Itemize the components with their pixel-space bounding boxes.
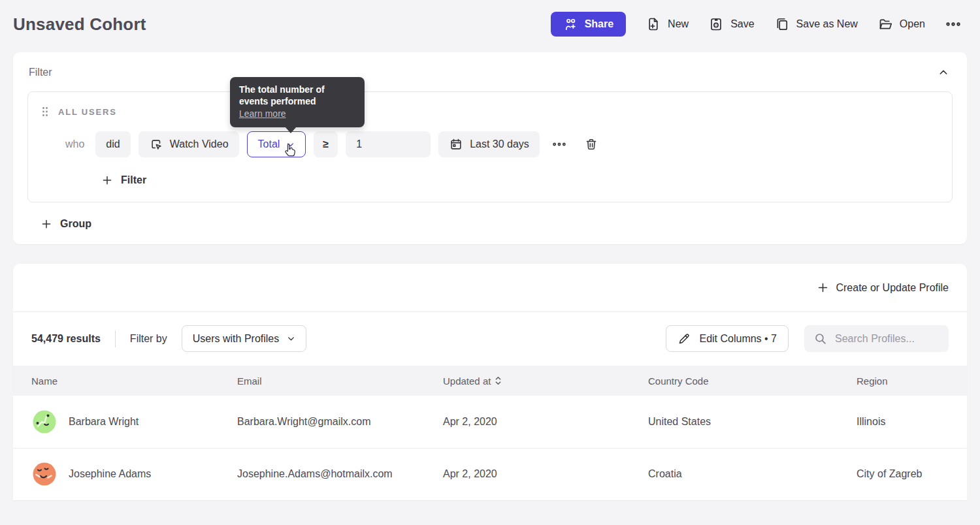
- aggregation-selector[interactable]: Total: [247, 131, 306, 157]
- more-actions-button[interactable]: [945, 16, 962, 32]
- new-button-label: New: [668, 18, 689, 30]
- filter-panel-header: Filter: [27, 64, 953, 91]
- save-icon: [708, 16, 724, 32]
- save-button[interactable]: Save: [708, 16, 754, 32]
- threshold-value-input[interactable]: 1: [346, 131, 431, 157]
- profile-country-code: Croatia: [648, 448, 857, 500]
- add-filter-button[interactable]: Filter: [101, 174, 146, 186]
- create-profile-row: Create or Update Profile: [13, 264, 967, 312]
- learn-more-link[interactable]: Learn more: [239, 108, 286, 119]
- save-as-new-button[interactable]: Save as New: [774, 16, 858, 32]
- aggregation-selector-label: Total: [258, 138, 280, 150]
- filter-panel: Filter ALL USERS who did: [13, 52, 967, 244]
- more-dots-icon: [945, 16, 962, 32]
- more-dots-icon: [551, 137, 567, 151]
- chevron-down-icon: [286, 140, 295, 149]
- group-header: ALL USERS: [41, 106, 939, 117]
- pencil-icon: [678, 332, 691, 345]
- edit-columns-label: Edit Columns • 7: [699, 333, 777, 345]
- table-header-row: Name Email Updated at Country Code Regio…: [13, 366, 967, 396]
- profile-updated-at: Apr 2, 2020: [443, 396, 648, 448]
- did-selector[interactable]: did: [95, 131, 130, 157]
- event-selector[interactable]: Watch Video: [139, 131, 239, 157]
- profile-name: Josephine Adams: [69, 468, 151, 480]
- column-header-country-code[interactable]: Country Code: [648, 366, 857, 396]
- header-actions: Share New Save: [551, 12, 962, 37]
- search-icon: [813, 332, 827, 345]
- event-click-icon: [149, 137, 163, 151]
- row-more-button[interactable]: [551, 137, 567, 151]
- filter-panel-title: Filter: [29, 67, 52, 78]
- operator-selector[interactable]: ≥: [314, 131, 338, 157]
- calendar-icon: [449, 137, 463, 151]
- event-selector-label: Watch Video: [170, 138, 229, 150]
- profile-type-dropdown-value: Users with Profiles: [193, 333, 279, 345]
- chevron-up-icon: [938, 67, 949, 78]
- profile-region: Illinois: [857, 396, 967, 448]
- profiles-table: Name Email Updated at Country Code Regio…: [13, 366, 967, 500]
- profile-region: City of Zagreb: [857, 448, 967, 500]
- delete-condition-button[interactable]: [584, 137, 598, 151]
- table-row[interactable]: Josephine Adams Josephine.Adams@hotmailx…: [13, 448, 967, 500]
- filter-by-label: Filter by: [130, 333, 167, 345]
- copy-icon: [774, 16, 790, 32]
- avatar: [31, 409, 57, 435]
- results-toolbar-right: Edit Columns • 7: [666, 325, 949, 352]
- create-or-update-profile-label: Create or Update Profile: [836, 282, 949, 294]
- who-label: who: [65, 138, 84, 150]
- folder-open-icon: [877, 16, 893, 32]
- profile-type-dropdown[interactable]: Users with Profiles: [182, 325, 306, 352]
- profile-name: Barbara Wright: [69, 416, 139, 428]
- results-count: 54,479 results: [31, 333, 101, 345]
- page-title: Unsaved Cohort: [13, 14, 146, 35]
- profile-country-code: United States: [648, 396, 857, 448]
- share-button-label: Share: [585, 18, 613, 30]
- column-header-name[interactable]: Name: [13, 366, 237, 396]
- add-filter-label: Filter: [121, 174, 146, 186]
- add-group-label: Group: [60, 218, 91, 230]
- date-range-label: Last 30 days: [470, 138, 529, 150]
- results-toolbar-left: 54,479 results Filter by Users with Prof…: [31, 325, 306, 352]
- open-button-label: Open: [900, 18, 925, 30]
- column-header-region[interactable]: Region: [857, 366, 967, 396]
- top-bar: Unsaved Cohort Share New: [0, 0, 980, 52]
- row-tools: [551, 137, 598, 151]
- drag-handle-icon[interactable]: [41, 106, 49, 117]
- results-toolbar: 54,479 results Filter by Users with Prof…: [13, 312, 967, 366]
- new-document-icon: [645, 16, 661, 32]
- total-tooltip: The total number of events performed Lea…: [230, 77, 365, 127]
- filter-condition-row: who did Watch Video Total ≥ 1: [65, 131, 939, 157]
- edit-columns-button[interactable]: Edit Columns • 7: [666, 325, 789, 352]
- plus-icon: [101, 174, 113, 186]
- sort-icon[interactable]: [495, 376, 502, 385]
- chevron-down-icon: [287, 334, 295, 343]
- tooltip-text: The total number of events performed: [239, 84, 355, 108]
- plus-icon: [817, 281, 829, 294]
- column-header-email[interactable]: Email: [237, 366, 443, 396]
- profile-email: Josephine.Adams@hotmailx.com: [237, 448, 443, 500]
- share-button[interactable]: Share: [551, 12, 626, 37]
- table-row[interactable]: Barbara Wright Barbara.Wright@gmailx.com…: [13, 396, 967, 448]
- save-button-label: Save: [730, 18, 754, 30]
- cohort-group-card: ALL USERS who did Watch Video Total: [27, 91, 953, 202]
- group-title: ALL USERS: [58, 107, 117, 117]
- add-group-button[interactable]: Group: [41, 218, 91, 230]
- trash-icon: [584, 137, 598, 151]
- open-button[interactable]: Open: [877, 16, 925, 32]
- save-as-new-button-label: Save as New: [796, 18, 858, 30]
- search-profiles-input[interactable]: [835, 333, 939, 345]
- column-header-updated-at[interactable]: Updated at: [443, 366, 648, 396]
- create-or-update-profile-button[interactable]: Create or Update Profile: [817, 281, 949, 294]
- collapse-panel-button[interactable]: [938, 67, 949, 78]
- profile-updated-at: Apr 2, 2020: [443, 448, 648, 500]
- date-range-selector[interactable]: Last 30 days: [438, 131, 540, 157]
- share-users-icon: [563, 17, 578, 32]
- profile-email: Barbara.Wright@gmailx.com: [237, 396, 443, 448]
- column-header-updated-at-label: Updated at: [443, 375, 491, 387]
- new-button[interactable]: New: [645, 16, 689, 32]
- results-panel: Create or Update Profile 54,479 results …: [13, 264, 967, 500]
- avatar: [31, 461, 57, 487]
- vertical-divider: [115, 330, 116, 347]
- search-profiles-box: [804, 325, 949, 352]
- plus-icon: [41, 218, 52, 230]
